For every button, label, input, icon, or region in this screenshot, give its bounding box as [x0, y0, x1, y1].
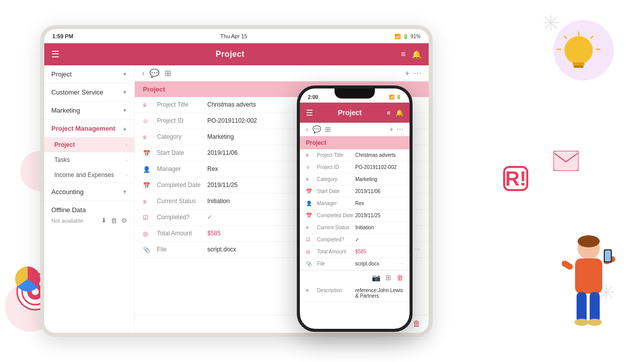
tablet-sidebar: Project ▼ Customer Service ▼ Marketing ▼	[44, 65, 135, 333]
tablet-subtoolbar: ‹ 💬 ⊞ + ⋯	[135, 65, 429, 81]
tablet-header-icons: ≡ 🔔	[401, 50, 422, 59]
phone-form-footer: 📷 ⊞ 🗑	[300, 270, 410, 285]
phone-completed-date-icon: 📅	[306, 213, 314, 218]
phone-category-icon: ≡	[306, 176, 314, 182]
back-button[interactable]: ‹	[142, 69, 144, 78]
completed-date-icon: 📅	[143, 182, 153, 189]
sidebar-section-marketing-header[interactable]: Marketing ▼	[44, 102, 134, 119]
phone-bell-icon[interactable]: 🔔	[395, 109, 404, 117]
phone-project-title-label: Project Title	[317, 152, 355, 158]
sidebar-item-income-expenses[interactable]: Income and Expenses ›	[44, 167, 134, 183]
phone-chat-icon[interactable]: 💬	[312, 125, 321, 133]
download-icon[interactable]: ⬇	[101, 217, 107, 224]
add-button[interactable]: +	[405, 69, 410, 78]
phone-list-icon[interactable]: ≡	[386, 109, 390, 117]
phone-manager-label: Manager	[317, 201, 355, 206]
category-icon: ≡	[143, 134, 153, 141]
status-icon: ≡	[143, 198, 153, 205]
phone-category-value: Marketing	[355, 176, 404, 182]
phone-menu-icon[interactable]: ☰	[306, 108, 313, 118]
delete-icon[interactable]: 🗑	[111, 217, 117, 224]
svg-rect-3	[574, 65, 584, 68]
phone-back-button[interactable]: ‹	[306, 125, 308, 133]
phone-add-button[interactable]: +	[389, 125, 393, 133]
manager-icon: 👤	[143, 166, 153, 173]
current-status-label: Current Status	[157, 198, 207, 205]
sidebar-accounting-label: Accounting	[51, 188, 84, 196]
project-id-label: Project ID	[157, 117, 207, 124]
offline-action-icons: ⬇ 🗑 ⚙	[101, 217, 127, 224]
phone-completed-date-value: 2019/11/25	[355, 213, 404, 218]
sidebar-section-pm-header[interactable]: Project Management ▲	[44, 120, 134, 137]
phone-subtoolbar-right: + ⋯	[389, 125, 404, 133]
sidebar-item-tasks[interactable]: Tasks ›	[44, 152, 134, 167]
tablet-menu-icon[interactable]: ☰	[51, 49, 59, 60]
phone-project-id-value: PO-20191102-002	[355, 164, 404, 170]
sidebar-project-sub-label: Project	[54, 141, 75, 148]
start-date-label: Start Date	[157, 149, 207, 156]
phone-completed-label: Completed?	[317, 237, 355, 242]
phone-status-icons: 📶 🔋	[389, 95, 401, 100]
chevron-down-icon-3: ▼	[122, 108, 127, 113]
phone-inner: 2:00 📶 🔋 ☰ Project ≡ 🔔 ‹ 💬 ⊞ +	[300, 88, 410, 329]
phone-delete-icon[interactable]: 🗑	[396, 274, 404, 282]
phone-completed-icon: ☑	[306, 237, 314, 242]
chevron-right-icon-2: ›	[126, 157, 127, 163]
phone-row-description: ≡ Description reference:John Lewis & Par…	[300, 285, 410, 302]
exclaim-decoration: R!	[503, 166, 528, 191]
file-more-icon[interactable]: ⋯	[415, 246, 421, 253]
phone-device: 2:00 📶 🔋 ☰ Project ≡ 🔔 ‹ 💬 ⊞ +	[297, 85, 413, 332]
sidebar-item-project[interactable]: Project ›	[44, 137, 134, 152]
phone-file-value: script.docx	[355, 261, 398, 266]
sidebar-section-project: Project ▼	[44, 65, 134, 83]
completed-label: Completed?	[157, 214, 207, 221]
phone-grid-icon[interactable]: ⊞	[325, 125, 331, 133]
svg-rect-39	[577, 292, 587, 322]
sparkle-decoration-top	[543, 15, 558, 32]
phone-start-date-icon: 📅	[306, 189, 314, 194]
sidebar-customer-label: Customer Service	[51, 88, 103, 96]
chat-icon[interactable]: 💬	[149, 68, 159, 78]
completed-date-label: Completed Date	[157, 182, 207, 189]
svg-rect-40	[590, 292, 600, 322]
tablet-list-icon[interactable]: ≡	[401, 50, 406, 59]
subtoolbar-left: ‹ 💬 ⊞	[142, 68, 171, 78]
sidebar-section-accounting-header[interactable]: Accounting ▼	[44, 183, 134, 201]
sidebar-tasks-label: Tasks	[54, 156, 70, 163]
phone-camera-icon[interactable]: 📷	[372, 274, 380, 282]
more-options-icon[interactable]: ⋯	[414, 68, 422, 78]
offline-status: Not available	[51, 218, 84, 224]
person-right-illustration	[558, 234, 619, 347]
chevron-right-icon-3: ›	[126, 172, 127, 178]
tablet-title: Project	[215, 50, 245, 59]
chevron-up-icon: ▲	[122, 126, 127, 131]
phone-row-file: 📎 File script.docx ⋯	[300, 258, 410, 270]
settings-icon[interactable]: ⚙	[121, 217, 127, 224]
phone-description-value: reference:John Lewis & Partners	[355, 288, 404, 299]
chevron-down-icon: ▼	[122, 71, 127, 77]
svg-point-42	[588, 319, 602, 326]
tablet-header: ☰ Project ≡ 🔔	[44, 43, 429, 65]
tablet-time: 1:59 PM	[52, 33, 73, 39]
grid-view-icon[interactable]: ⊞	[165, 68, 171, 78]
phone-attachment-icon[interactable]: ⊞	[385, 274, 391, 282]
tablet-bell-icon[interactable]: 🔔	[412, 50, 422, 59]
chevron-down-icon-4: ▼	[122, 189, 127, 195]
sidebar-income-label: Income and Expenses	[54, 171, 114, 178]
phone-file-more-icon[interactable]: ⋯	[398, 261, 404, 266]
phone-file-icon: 📎	[306, 261, 314, 266]
phone-manager-icon: 👤	[306, 201, 314, 206]
svg-line-7	[565, 36, 567, 38]
delete-footer-icon[interactable]: 🗑	[413, 319, 421, 329]
sidebar-section-project-header[interactable]: Project ▼	[44, 65, 134, 83]
phone-description-label: Description	[317, 288, 355, 293]
battery-percent: 91%	[411, 34, 421, 39]
sidebar-section-marketing: Marketing ▼	[44, 102, 134, 120]
phone-row-total-amount: ◎ Total Amount $585	[300, 246, 410, 258]
phone-row-category: ≡ Category Marketing	[300, 173, 410, 186]
project-title-label: Project Title	[157, 101, 207, 108]
title-icon: ≡	[143, 102, 153, 109]
svg-line-5	[591, 36, 593, 38]
phone-more-icon[interactable]: ⋯	[396, 125, 404, 133]
sidebar-section-customer-header[interactable]: Customer Service ▼	[44, 83, 134, 101]
